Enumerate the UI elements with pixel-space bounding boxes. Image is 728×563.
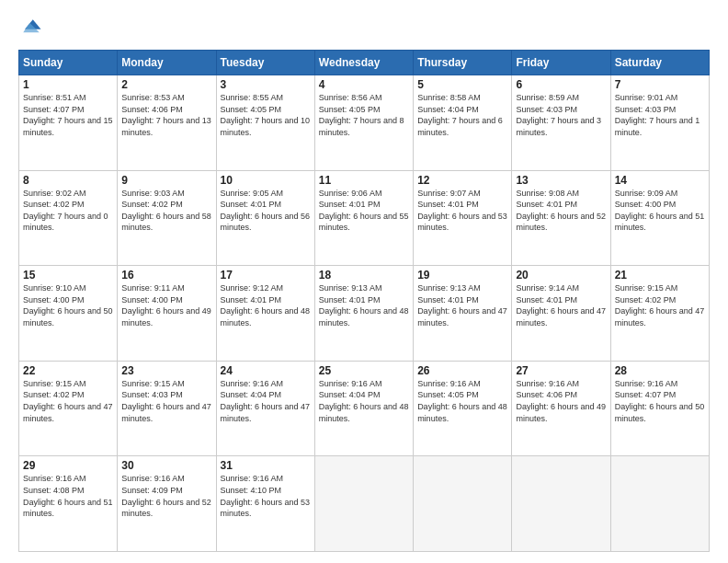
day-cell-16: 16Sunrise: 9:11 AMSunset: 4:00 PMDayligh…	[118, 266, 216, 362]
header	[18, 15, 710, 40]
calendar-week-5: 29Sunrise: 9:16 AMSunset: 4:08 PMDayligh…	[19, 456, 710, 552]
day-info: Sunrise: 8:59 AMSunset: 4:03 PMDaylight:…	[516, 92, 606, 138]
day-cell-7: 7Sunrise: 9:01 AMSunset: 4:03 PMDaylight…	[610, 75, 709, 171]
day-number: 31	[221, 459, 311, 472]
day-number: 10	[221, 174, 311, 187]
day-info: Sunrise: 9:16 AMSunset: 4:04 PMDaylight:…	[221, 378, 311, 424]
day-cell-6: 6Sunrise: 8:59 AMSunset: 4:03 PMDaylight…	[512, 75, 610, 171]
day-number: 3	[221, 78, 311, 91]
day-number: 30	[121, 459, 211, 472]
page: SundayMondayTuesdayWednesdayThursdayFrid…	[0, 0, 728, 563]
day-number: 11	[319, 174, 409, 187]
day-number: 26	[417, 364, 507, 377]
day-info: Sunrise: 9:10 AMSunset: 4:00 PMDaylight:…	[23, 282, 113, 328]
day-number: 19	[417, 269, 507, 282]
logo-icon	[18, 15, 44, 40]
day-cell-3: 3Sunrise: 8:55 AMSunset: 4:05 PMDaylight…	[216, 75, 314, 171]
day-cell-25: 25Sunrise: 9:16 AMSunset: 4:04 PMDayligh…	[314, 361, 413, 456]
day-info: Sunrise: 9:15 AMSunset: 4:03 PMDaylight:…	[121, 378, 211, 424]
day-info: Sunrise: 9:02 AMSunset: 4:02 PMDaylight:…	[23, 188, 113, 234]
day-cell-2: 2Sunrise: 8:53 AMSunset: 4:06 PMDaylight…	[118, 75, 216, 171]
calendar-table: SundayMondayTuesdayWednesdayThursdayFrid…	[18, 50, 710, 552]
day-number: 29	[23, 459, 113, 472]
logo	[18, 15, 48, 40]
day-number: 22	[23, 364, 113, 377]
day-cell-18: 18Sunrise: 9:13 AMSunset: 4:01 PMDayligh…	[314, 266, 413, 362]
day-info: Sunrise: 9:16 AMSunset: 4:08 PMDaylight:…	[23, 473, 113, 519]
day-info: Sunrise: 9:03 AMSunset: 4:02 PMDaylight:…	[121, 188, 211, 234]
day-number: 8	[23, 174, 113, 187]
calendar-week-3: 15Sunrise: 9:10 AMSunset: 4:00 PMDayligh…	[19, 266, 710, 362]
day-info: Sunrise: 8:51 AMSunset: 4:07 PMDaylight:…	[23, 92, 113, 138]
day-info: Sunrise: 9:16 AMSunset: 4:05 PMDaylight:…	[417, 378, 507, 424]
day-info: Sunrise: 9:08 AMSunset: 4:01 PMDaylight:…	[516, 188, 606, 234]
day-cell-13: 13Sunrise: 9:08 AMSunset: 4:01 PMDayligh…	[512, 170, 610, 266]
day-number: 16	[121, 269, 211, 282]
weekday-header-monday: Monday	[118, 51, 216, 75]
day-number: 13	[516, 174, 606, 187]
day-info: Sunrise: 9:16 AMSunset: 4:09 PMDaylight:…	[121, 473, 211, 519]
day-cell-11: 11Sunrise: 9:06 AMSunset: 4:01 PMDayligh…	[314, 170, 413, 266]
day-number: 14	[615, 174, 705, 187]
day-info: Sunrise: 9:13 AMSunset: 4:01 PMDaylight:…	[319, 282, 409, 328]
day-cell-19: 19Sunrise: 9:13 AMSunset: 4:01 PMDayligh…	[414, 266, 512, 362]
day-cell-15: 15Sunrise: 9:10 AMSunset: 4:00 PMDayligh…	[19, 266, 118, 362]
day-number: 5	[417, 78, 507, 91]
weekday-row: SundayMondayTuesdayWednesdayThursdayFrid…	[19, 51, 710, 75]
day-number: 17	[221, 269, 311, 282]
calendar-week-4: 22Sunrise: 9:15 AMSunset: 4:02 PMDayligh…	[19, 361, 710, 456]
day-cell-5: 5Sunrise: 8:58 AMSunset: 4:04 PMDaylight…	[414, 75, 512, 171]
day-cell-27: 27Sunrise: 9:16 AMSunset: 4:06 PMDayligh…	[512, 361, 610, 456]
empty-cell	[610, 456, 709, 552]
day-info: Sunrise: 9:16 AMSunset: 4:06 PMDaylight:…	[516, 378, 606, 424]
empty-cell	[414, 456, 512, 552]
day-info: Sunrise: 9:07 AMSunset: 4:01 PMDaylight:…	[417, 188, 507, 234]
day-info: Sunrise: 9:16 AMSunset: 4:10 PMDaylight:…	[221, 473, 311, 519]
day-info: Sunrise: 8:55 AMSunset: 4:05 PMDaylight:…	[221, 92, 311, 138]
weekday-header-saturday: Saturday	[610, 51, 709, 75]
day-cell-10: 10Sunrise: 9:05 AMSunset: 4:01 PMDayligh…	[216, 170, 314, 266]
day-number: 1	[23, 78, 113, 91]
day-info: Sunrise: 8:56 AMSunset: 4:05 PMDaylight:…	[319, 92, 409, 138]
day-info: Sunrise: 9:15 AMSunset: 4:02 PMDaylight:…	[615, 282, 705, 328]
day-cell-20: 20Sunrise: 9:14 AMSunset: 4:01 PMDayligh…	[512, 266, 610, 362]
day-info: Sunrise: 9:14 AMSunset: 4:01 PMDaylight:…	[516, 282, 606, 328]
day-cell-26: 26Sunrise: 9:16 AMSunset: 4:05 PMDayligh…	[414, 361, 512, 456]
day-cell-4: 4Sunrise: 8:56 AMSunset: 4:05 PMDaylight…	[314, 75, 413, 171]
day-number: 2	[121, 78, 211, 91]
day-info: Sunrise: 9:01 AMSunset: 4:03 PMDaylight:…	[615, 92, 705, 138]
day-cell-9: 9Sunrise: 9:03 AMSunset: 4:02 PMDaylight…	[118, 170, 216, 266]
day-number: 20	[516, 269, 606, 282]
day-cell-24: 24Sunrise: 9:16 AMSunset: 4:04 PMDayligh…	[216, 361, 314, 456]
day-number: 18	[319, 269, 409, 282]
day-cell-14: 14Sunrise: 9:09 AMSunset: 4:00 PMDayligh…	[610, 170, 709, 266]
day-info: Sunrise: 9:16 AMSunset: 4:07 PMDaylight:…	[615, 378, 705, 424]
weekday-header-friday: Friday	[512, 51, 610, 75]
day-cell-31: 31Sunrise: 9:16 AMSunset: 4:10 PMDayligh…	[216, 456, 314, 552]
day-cell-29: 29Sunrise: 9:16 AMSunset: 4:08 PMDayligh…	[19, 456, 118, 552]
day-cell-22: 22Sunrise: 9:15 AMSunset: 4:02 PMDayligh…	[19, 361, 118, 456]
day-info: Sunrise: 9:15 AMSunset: 4:02 PMDaylight:…	[23, 378, 113, 424]
day-cell-30: 30Sunrise: 9:16 AMSunset: 4:09 PMDayligh…	[118, 456, 216, 552]
day-info: Sunrise: 9:11 AMSunset: 4:00 PMDaylight:…	[121, 282, 211, 328]
day-cell-28: 28Sunrise: 9:16 AMSunset: 4:07 PMDayligh…	[610, 361, 709, 456]
day-number: 24	[221, 364, 311, 377]
day-info: Sunrise: 9:09 AMSunset: 4:00 PMDaylight:…	[615, 188, 705, 234]
day-info: Sunrise: 9:06 AMSunset: 4:01 PMDaylight:…	[319, 188, 409, 234]
empty-cell	[512, 456, 610, 552]
weekday-header-thursday: Thursday	[414, 51, 512, 75]
day-number: 12	[417, 174, 507, 187]
calendar-week-2: 8Sunrise: 9:02 AMSunset: 4:02 PMDaylight…	[19, 170, 710, 266]
day-info: Sunrise: 9:16 AMSunset: 4:04 PMDaylight:…	[319, 378, 409, 424]
day-info: Sunrise: 8:58 AMSunset: 4:04 PMDaylight:…	[417, 92, 507, 138]
calendar-week-1: 1Sunrise: 8:51 AMSunset: 4:07 PMDaylight…	[19, 75, 710, 171]
day-cell-8: 8Sunrise: 9:02 AMSunset: 4:02 PMDaylight…	[19, 170, 118, 266]
day-number: 7	[615, 78, 705, 91]
day-cell-23: 23Sunrise: 9:15 AMSunset: 4:03 PMDayligh…	[118, 361, 216, 456]
day-number: 9	[121, 174, 211, 187]
weekday-header-sunday: Sunday	[19, 51, 118, 75]
day-number: 4	[319, 78, 409, 91]
day-number: 21	[615, 269, 705, 282]
calendar-body: 1Sunrise: 8:51 AMSunset: 4:07 PMDaylight…	[19, 75, 710, 552]
weekday-header-tuesday: Tuesday	[216, 51, 314, 75]
